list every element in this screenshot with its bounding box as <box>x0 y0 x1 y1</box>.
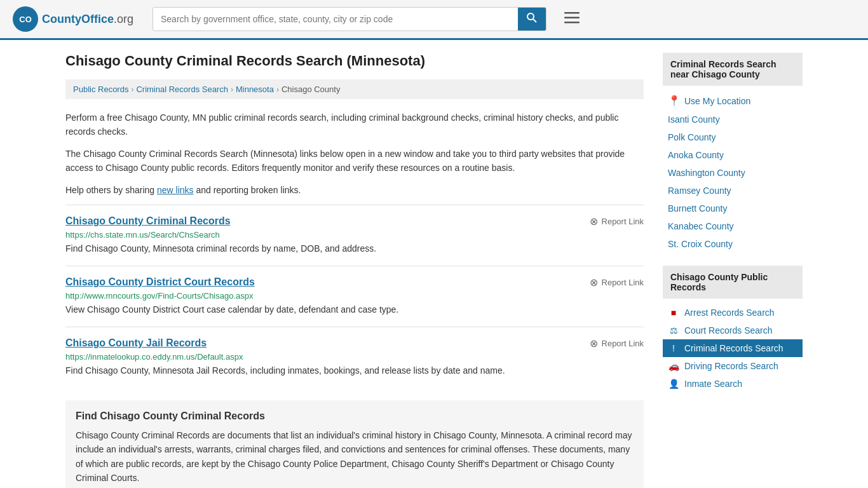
svg-rect-6 <box>564 22 580 24</box>
sidebar-use-location[interactable]: 📍 Use My Location <box>663 91 803 111</box>
breadcrumb-public-records[interactable]: Public Records <box>73 85 128 94</box>
logo-text: CountyOffice.org <box>42 13 133 26</box>
county-link-4[interactable]: Ramsey County <box>668 186 731 196</box>
pr-link-0[interactable]: Arrest Records Search <box>684 308 775 318</box>
svg-point-2 <box>527 13 534 20</box>
breadcrumb-minnesota[interactable]: Minnesota <box>236 85 274 94</box>
sidebar-county-0[interactable]: Isanti County <box>663 111 803 128</box>
report-icon-1: ⊗ <box>590 276 598 288</box>
find-section-desc: Chisago County Criminal Records are docu… <box>76 428 634 485</box>
record-desc-1: View Chisago County District Court case … <box>65 303 644 316</box>
breadcrumb-current: Chisago County <box>281 85 341 94</box>
main-container: Chisago County Criminal Records Search (… <box>53 40 815 488</box>
record-url-1: http://www.mncourts.gov/Find-Courts/Chis… <box>65 291 644 301</box>
search-bar <box>153 7 546 31</box>
report-link-btn-1[interactable]: ⊗ Report Link <box>590 276 644 288</box>
report-icon-0: ⊗ <box>590 215 598 227</box>
description-para2: The Chisago County Criminal Records Sear… <box>65 147 644 175</box>
sidebar-public-records-header: Chisago County Public Records <box>663 266 803 299</box>
find-section: Find Chisago County Criminal Records Chi… <box>65 400 644 488</box>
record-url-2: https://inmatelookup.co.eddy.nm.us/Defau… <box>65 352 644 362</box>
record-desc-0: Find Chisago County, Minnesota criminal … <box>65 242 644 255</box>
record-desc-2: Find Chisago County, Minnesota Jail Reco… <box>65 364 644 377</box>
pr-icon-0: ■ <box>668 308 679 318</box>
county-link-6[interactable]: Kanabec County <box>668 221 734 231</box>
sidebar: Criminal Records Search near Chisago Cou… <box>663 53 803 488</box>
use-location-link[interactable]: Use My Location <box>684 96 750 106</box>
county-link-7[interactable]: St. Croix County <box>668 239 733 249</box>
sidebar-county-6[interactable]: Kanabec County <box>663 217 803 235</box>
svg-rect-5 <box>564 17 580 19</box>
sidebar-county-5[interactable]: Burnett County <box>663 200 803 217</box>
record-entry-header-0: Chisago County Criminal Records ⊗ Report… <box>65 215 644 227</box>
location-pin-icon: 📍 <box>668 95 679 107</box>
record-title-2[interactable]: Chisago County Jail Records <box>65 337 207 349</box>
svg-rect-4 <box>564 12 580 14</box>
sidebar-county-7[interactable]: St. Croix County <box>663 235 803 253</box>
pr-icon-4: 👤 <box>668 379 679 389</box>
breadcrumb: Public Records › Criminal Records Search… <box>65 79 644 99</box>
sidebar-pr-item-0[interactable]: ■ Arrest Records Search <box>663 304 803 322</box>
logo-area: CO CountyOffice.org <box>13 6 140 32</box>
description-para1: Perform a free Chisago County, MN public… <box>65 111 644 139</box>
pr-link-3[interactable]: Driving Records Search <box>684 361 778 371</box>
sidebar-nearby-header: Criminal Records Search near Chisago Cou… <box>663 53 803 86</box>
pr-icon-3: 🚗 <box>668 361 679 371</box>
report-icon-2: ⊗ <box>590 337 598 349</box>
menu-button[interactable] <box>559 8 585 30</box>
pr-link-4[interactable]: Inmate Search <box>684 379 742 389</box>
logo-icon: CO <box>13 6 38 32</box>
sidebar-public-records-section: Chisago County Public Records ■ Arrest R… <box>663 266 803 393</box>
record-title-0[interactable]: Chisago County Criminal Records <box>65 215 231 227</box>
sidebar-county-4[interactable]: Ramsey County <box>663 182 803 200</box>
record-entry-1: Chisago County District Court Records ⊗ … <box>65 266 644 327</box>
record-entry-header-1: Chisago County District Court Records ⊗ … <box>65 276 644 288</box>
report-link-btn-2[interactable]: ⊗ Report Link <box>590 337 644 349</box>
record-title-1[interactable]: Chisago County District Court Records <box>65 276 255 288</box>
page-title: Chisago County Criminal Records Search (… <box>65 53 644 69</box>
report-link-btn-0[interactable]: ⊗ Report Link <box>590 215 644 227</box>
svg-line-3 <box>533 19 536 22</box>
pr-link-2[interactable]: Criminal Records Search <box>684 343 783 353</box>
county-link-5[interactable]: Burnett County <box>668 203 727 214</box>
sidebar-county-1[interactable]: Polk County <box>663 128 803 146</box>
svg-text:CO: CO <box>19 15 32 24</box>
sidebar-county-3[interactable]: Washington County <box>663 164 803 182</box>
sidebar-public-records: ■ Arrest Records Search ⚖ Court Records … <box>663 304 803 393</box>
record-entry-0: Chisago County Criminal Records ⊗ Report… <box>65 205 644 266</box>
record-url-0: https://chs.state.mn.us/Search/ChsSearch <box>65 230 644 240</box>
sidebar-county-2[interactable]: Anoka County <box>663 146 803 164</box>
pr-icon-2: ! <box>668 343 679 353</box>
county-link-0[interactable]: Isanti County <box>668 114 720 125</box>
pr-link-1[interactable]: Court Records Search <box>684 325 773 336</box>
county-link-3[interactable]: Washington County <box>668 168 745 178</box>
record-entry-2: Chisago County Jail Records ⊗ Report Lin… <box>65 327 644 388</box>
sidebar-pr-item-4[interactable]: 👤 Inmate Search <box>663 375 803 393</box>
search-button[interactable] <box>518 8 546 30</box>
record-entries: Chisago County Criminal Records ⊗ Report… <box>65 205 644 388</box>
sidebar-pr-item-1[interactable]: ⚖ Court Records Search <box>663 322 803 339</box>
description-para3: Help others by sharing new links and rep… <box>65 183 644 197</box>
new-links-link[interactable]: new links <box>157 185 194 195</box>
search-input[interactable] <box>153 8 518 30</box>
main-content: Chisago County Criminal Records Search (… <box>65 53 644 488</box>
sidebar-counties: Isanti CountyPolk CountyAnoka CountyWash… <box>663 111 803 253</box>
breadcrumb-criminal-records[interactable]: Criminal Records Search <box>136 85 228 94</box>
county-link-1[interactable]: Polk County <box>668 132 715 142</box>
site-header: CO CountyOffice.org <box>0 0 868 40</box>
sidebar-pr-item-3[interactable]: 🚗 Driving Records Search <box>663 357 803 375</box>
sidebar-pr-item-2[interactable]: ! Criminal Records Search <box>663 339 803 357</box>
county-link-2[interactable]: Anoka County <box>668 150 724 160</box>
record-entry-header-2: Chisago County Jail Records ⊗ Report Lin… <box>65 337 644 349</box>
sidebar-nearby-section: Criminal Records Search near Chisago Cou… <box>663 53 803 253</box>
pr-icon-1: ⚖ <box>668 325 679 336</box>
find-section-title: Find Chisago County Criminal Records <box>76 410 634 422</box>
